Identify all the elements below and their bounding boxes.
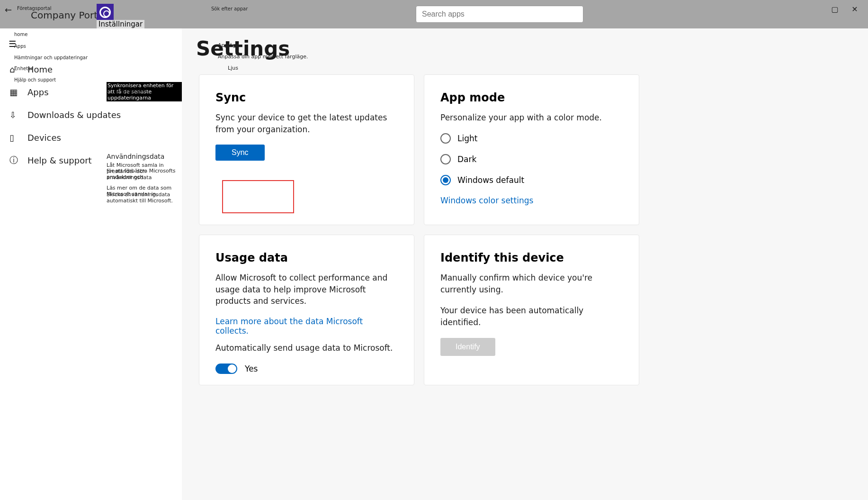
identify-status: Your device has been automatically ident… [440, 305, 623, 328]
usage-card: Usage data Allow Microsoft to collect pe… [199, 235, 414, 385]
radio-windows-default[interactable]: Windows default [440, 175, 623, 185]
radio-win-label: Windows default [457, 175, 524, 185]
search-input[interactable] [416, 6, 583, 23]
close-icon[interactable]: ✕ [845, 5, 864, 14]
identify-card: Identify this device Manually confirm wh… [424, 235, 639, 385]
sync-desc: Sync your device to get the latest updat… [215, 112, 398, 135]
sync-heading: Sync [215, 91, 398, 104]
usage-heading: Usage data [215, 251, 398, 264]
annotation-red-box [222, 180, 294, 213]
main-content: Settings Appläge Anpassa din app med ett… [182, 28, 868, 500]
installningar-label: Inställningar [97, 20, 144, 28]
identify-desc: Manually confirm which device you're cur… [440, 272, 623, 295]
identify-heading: Identify this device [440, 251, 623, 264]
radio-icon [440, 133, 451, 144]
small-apps-label: Apps [14, 44, 26, 49]
radio-dark-label: Dark [457, 155, 476, 164]
nav-item-downloads-label: Downloads & updates [27, 110, 121, 120]
nav-item-home[interactable]: ⌂ Home [0, 58, 182, 81]
maximize-icon[interactable]: ▢ [825, 5, 844, 14]
radio-dark[interactable]: Dark [440, 154, 623, 164]
sync-button[interactable]: Sync [215, 145, 265, 161]
usage-auto-label: Automatically send usage data to Microso… [215, 342, 398, 354]
help-icon: ⓘ [9, 155, 27, 166]
radio-light-label: Light [457, 134, 477, 143]
appmode-desc: Personalize your app with a color mode. [440, 112, 623, 124]
small-home-label: home [14, 32, 27, 37]
ghost-sync-line2: din organisation. [107, 88, 150, 94]
windows-color-settings-link[interactable]: Windows color settings [440, 196, 533, 205]
appmode-heading: App mode [440, 91, 623, 104]
usage-toggle-label: Yes [245, 364, 258, 373]
float-applage: Appläge [218, 42, 239, 48]
title-bar: ← Företagsportal Company Portal Inställn… [0, 0, 868, 28]
sync-card: Sync Sync your device to get the latest … [199, 74, 414, 225]
nav-sidebar: home ☰ Apps Hämtningar och uppdateringar… [0, 28, 182, 500]
radio-icon [440, 175, 451, 185]
appmode-card: App mode Personalize your app with a col… [424, 74, 639, 225]
nav-item-help-label: Help & support [27, 155, 92, 165]
nav-item-home-label: Home [27, 64, 53, 74]
devices-icon: ▯ [9, 133, 27, 143]
apps-icon: ▦ [9, 87, 27, 97]
radio-light[interactable]: Light [440, 133, 623, 144]
ghost-usage-line2: för att förbättra Microsofts produkter o… [107, 168, 182, 180]
usage-desc: Allow Microsoft to collect performance a… [215, 272, 398, 307]
identify-button: Identify [440, 338, 495, 356]
usage-toggle[interactable] [215, 364, 237, 374]
nav-item-apps-label: Apps [27, 87, 49, 97]
float-anpassa: Anpassa din app med ett färgläge. [218, 54, 308, 60]
ghost-usage-line4: Skicka användningsdata automatiskt till … [107, 191, 182, 204]
nav-item-devices[interactable]: ▯ Devices [0, 126, 182, 149]
float-ljus: Ljus [228, 65, 238, 71]
nav-item-devices-label: Devices [27, 133, 61, 143]
company-portal-logo-icon [97, 4, 114, 21]
back-icon[interactable]: ← [5, 5, 12, 15]
app-title: Company Portal [31, 9, 106, 21]
download-icon: ⇩ [9, 110, 27, 120]
radio-icon [440, 154, 451, 164]
usage-learn-more-link[interactable]: Learn more about the data Microsoft coll… [215, 317, 363, 336]
sok-apps-label: Sök efter appar [211, 6, 248, 11]
ghost-usage-title: Användningsdata [107, 153, 164, 160]
home-icon: ⌂ [9, 64, 27, 74]
nav-item-downloads[interactable]: ⇩ Downloads & updates [0, 103, 182, 126]
